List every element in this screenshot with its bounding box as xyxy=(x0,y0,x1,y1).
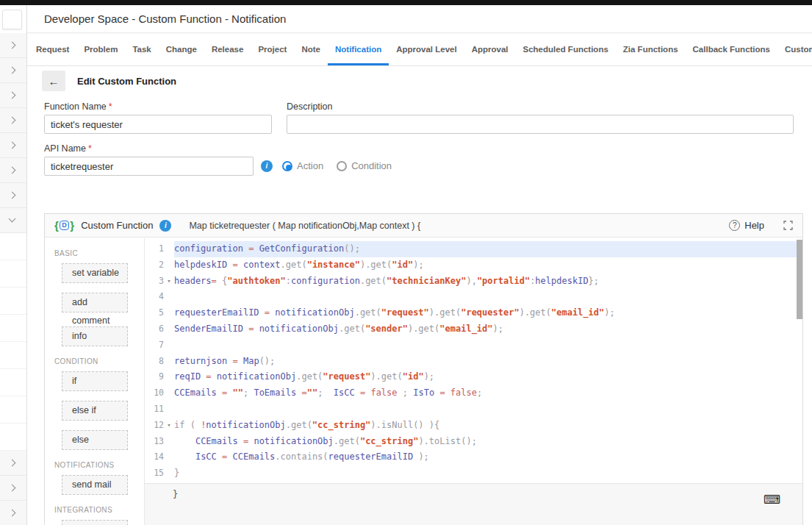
tool-else-if[interactable]: else if xyxy=(62,401,128,421)
tool-if[interactable]: if xyxy=(62,371,128,391)
line-number[interactable]: 14 xyxy=(145,449,164,465)
rail-item[interactable] xyxy=(0,183,26,208)
line-number[interactable]: 11 xyxy=(145,401,164,418)
rail-item[interactable] xyxy=(0,158,26,183)
tab-callback-functions[interactable]: Callback Functions xyxy=(686,33,777,65)
rail-item[interactable] xyxy=(0,208,26,233)
tab-approval[interactable]: Approval xyxy=(464,33,516,65)
tab-release[interactable]: Release xyxy=(204,33,251,65)
code-text[interactable]: configuration = GetConfiguration(); xyxy=(174,241,802,257)
code-text[interactable] xyxy=(174,401,802,418)
line-number[interactable]: 5 xyxy=(145,305,164,321)
rail-collapsed-input[interactable] xyxy=(2,10,22,29)
info-icon[interactable]: i xyxy=(261,160,273,172)
line-number[interactable]: 1 xyxy=(145,241,164,257)
radio-condition[interactable]: Condition xyxy=(337,160,392,171)
tab-notification[interactable]: Notification xyxy=(328,33,389,65)
line-number[interactable]: 10 xyxy=(145,385,164,401)
fold-icon[interactable]: ▾ xyxy=(164,418,174,434)
code-line: 4 xyxy=(145,289,802,305)
tab-task[interactable]: Task xyxy=(125,33,158,65)
code-text[interactable]: CCEmails = ""; ToEmails =""; IsCC = fals… xyxy=(174,385,802,401)
rail-item-blank xyxy=(0,260,26,288)
rail-item[interactable] xyxy=(0,58,26,83)
api-name-input[interactable] xyxy=(44,157,254,176)
line-number[interactable]: 6 xyxy=(145,321,164,338)
code-line: 14 IsCC = CCEmails.contains(requesterEma… xyxy=(145,449,802,465)
rail-item[interactable] xyxy=(0,33,26,58)
code-text[interactable]: SenderEmailID = notificationObj.get("sen… xyxy=(174,321,802,338)
tab-note[interactable]: Note xyxy=(294,33,328,65)
line-number[interactable]: 8 xyxy=(145,354,164,370)
function-type-radio-group: Action Condition xyxy=(282,160,392,171)
code-text[interactable]: IsCC = CCEmails.contains(requesterEmailI… xyxy=(174,449,802,465)
line-number[interactable]: 15 xyxy=(145,465,164,482)
back-button[interactable]: ← xyxy=(42,71,65,91)
code-text[interactable]: if ( !notificationObj.get("cc_string").i… xyxy=(174,418,802,434)
tool-section-label-condition: CONDITION xyxy=(54,357,144,365)
line-number[interactable]: 7 xyxy=(145,338,164,354)
help-button[interactable]: ? Help xyxy=(729,220,764,231)
code-text[interactable]: helpdeskID = context.get("instance").get… xyxy=(174,257,802,274)
line-number[interactable]: 3 xyxy=(145,274,164,290)
radio-action[interactable]: Action xyxy=(282,160,323,171)
tab-change[interactable]: Change xyxy=(159,33,204,65)
chevron-right-icon xyxy=(9,117,16,124)
tool-send-mail[interactable]: send mail xyxy=(62,475,128,495)
code-line: 10CCEmails = ""; ToEmails =""; IsCC = fa… xyxy=(145,385,802,401)
chevron-right-icon xyxy=(9,510,16,517)
tab-problem[interactable]: Problem xyxy=(76,33,125,65)
rail-item[interactable] xyxy=(0,476,26,501)
code-text[interactable] xyxy=(174,289,802,305)
tab-zia-functions[interactable]: Zia Functions xyxy=(616,33,686,65)
code-text[interactable]: CCEmails = notificationObj.get("cc_strin… xyxy=(174,434,802,450)
tool-webhook[interactable]: webhook xyxy=(62,520,128,525)
code-line: 11 xyxy=(145,401,802,418)
fullscreen-button[interactable] xyxy=(783,221,793,230)
tab-approval-level[interactable]: Approval Level xyxy=(389,33,464,65)
rail-item[interactable] xyxy=(0,83,26,108)
code-line: 13 CCEmails = notificationObj.get("cc_st… xyxy=(145,434,802,450)
tab-scheduled-functions[interactable]: Scheduled Functions xyxy=(516,33,616,65)
chevron-right-icon xyxy=(9,67,16,74)
description-input[interactable] xyxy=(287,115,794,134)
code-column: 1configuration = GetConfiguration();2hel… xyxy=(145,238,802,525)
editor-scrollbar[interactable] xyxy=(797,240,802,319)
rail-item[interactable] xyxy=(0,501,26,525)
custom-function-panel: {D} Custom Function i Map ticketrequeste… xyxy=(44,213,803,525)
tool-add-comment[interactable]: add comment xyxy=(62,293,128,312)
tab-project[interactable]: Project xyxy=(251,33,294,65)
keyboard-shortcuts-icon[interactable]: ⌨ xyxy=(764,494,780,506)
function-name-input[interactable] xyxy=(44,115,272,134)
tab-request[interactable]: Request xyxy=(29,33,76,65)
line-number[interactable]: 13 xyxy=(145,434,164,450)
code-text[interactable]: returnjson = Map(); xyxy=(174,354,802,370)
info-icon[interactable]: i xyxy=(159,220,171,232)
code-text[interactable] xyxy=(174,338,802,354)
code-text[interactable]: } xyxy=(174,465,802,482)
rail-item[interactable] xyxy=(0,108,26,133)
line-number[interactable]: 9 xyxy=(145,369,164,385)
fold-icon[interactable]: ▾ xyxy=(164,274,174,290)
line-number[interactable]: 2 xyxy=(145,257,164,274)
page: Developer Space - Custom Function - Noti… xyxy=(0,0,812,525)
chevron-right-icon xyxy=(9,142,16,149)
fold-spacer xyxy=(164,305,174,321)
custom-function-icon: {D} xyxy=(54,219,74,232)
fold-spacer xyxy=(164,434,174,450)
tool-info[interactable]: info xyxy=(62,326,128,346)
line-number[interactable]: 12 xyxy=(145,418,164,434)
tool-else[interactable]: else xyxy=(62,430,128,450)
code-text[interactable]: headers= {"authtoken":configuration.get(… xyxy=(174,274,802,290)
rail-item[interactable] xyxy=(0,133,26,158)
fold-spacer xyxy=(164,338,174,354)
rail-item[interactable] xyxy=(0,451,26,476)
line-number[interactable]: 4 xyxy=(145,289,164,305)
code-editor[interactable]: 1configuration = GetConfiguration();2hel… xyxy=(145,238,802,483)
tool-section-label-basic: BASIC xyxy=(54,249,144,257)
code-text[interactable]: requesterEmailID = notificationObj.get("… xyxy=(174,305,802,321)
tab-custom-m[interactable]: Custom M xyxy=(777,33,812,65)
tool-section-label-notifications: NOTIFICATIONS xyxy=(54,461,144,469)
tool-set-variable[interactable]: set variable xyxy=(62,263,128,283)
code-text[interactable]: reqID = notificationObj.get("request").g… xyxy=(174,369,802,385)
